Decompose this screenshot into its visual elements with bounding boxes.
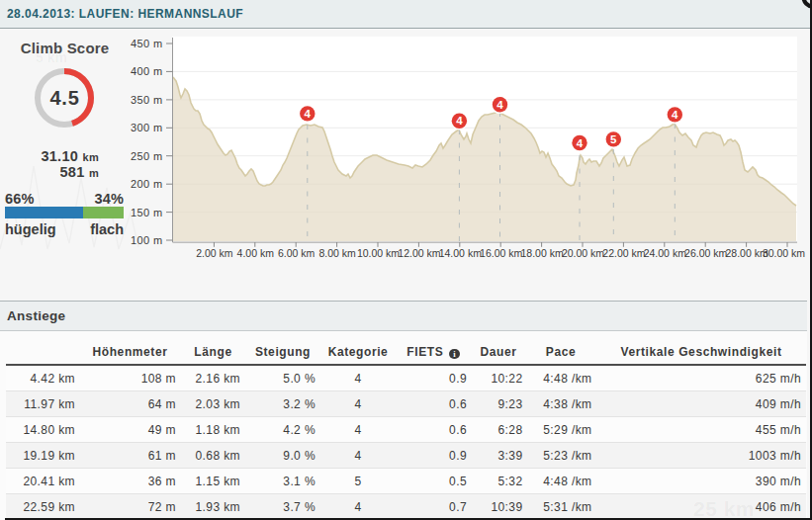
svg-text:22.00 km: 22.00 km [602, 247, 645, 259]
svg-text:20.00 km: 20.00 km [562, 247, 604, 259]
svg-text:10.00 km: 10.00 km [357, 247, 400, 259]
svg-text:6.00 km: 6.00 km [278, 247, 316, 259]
svg-text:4: 4 [672, 109, 678, 121]
svg-text:8.00 km: 8.00 km [318, 247, 356, 259]
svg-text:18.00 km: 18.00 km [520, 247, 563, 259]
svg-text:400 m: 400 m [131, 65, 163, 77]
svg-text:2.00 km: 2.00 km [196, 247, 233, 259]
svg-text:300 m: 300 m [131, 122, 163, 133]
svg-text:30.00 km: 30.00 km [763, 247, 805, 259]
svg-text:12.00 km: 12.00 km [398, 247, 440, 259]
svg-text:4.5: 4.5 [50, 86, 80, 108]
svg-text:250 m: 250 m [131, 150, 163, 162]
svg-text:4: 4 [577, 137, 584, 149]
svg-text:14.00 km: 14.00 km [439, 247, 482, 259]
svg-text:4: 4 [305, 108, 312, 120]
svg-text:5: 5 [610, 133, 617, 145]
svg-text:4: 4 [456, 115, 463, 127]
svg-text:100 m: 100 m [131, 234, 163, 246]
svg-text:4: 4 [496, 99, 503, 111]
svg-text:24.00 km: 24.00 km [644, 247, 686, 259]
svg-text:26.00 km: 26.00 km [684, 247, 727, 259]
svg-text:200 m: 200 m [131, 178, 163, 190]
svg-text:150 m: 150 m [131, 207, 163, 218]
svg-text:16.00 km: 16.00 km [480, 247, 522, 259]
svg-text:4.00 km: 4.00 km [237, 247, 275, 259]
svg-text:450 m: 450 m [131, 38, 163, 49]
svg-text:350 m: 350 m [131, 94, 163, 106]
